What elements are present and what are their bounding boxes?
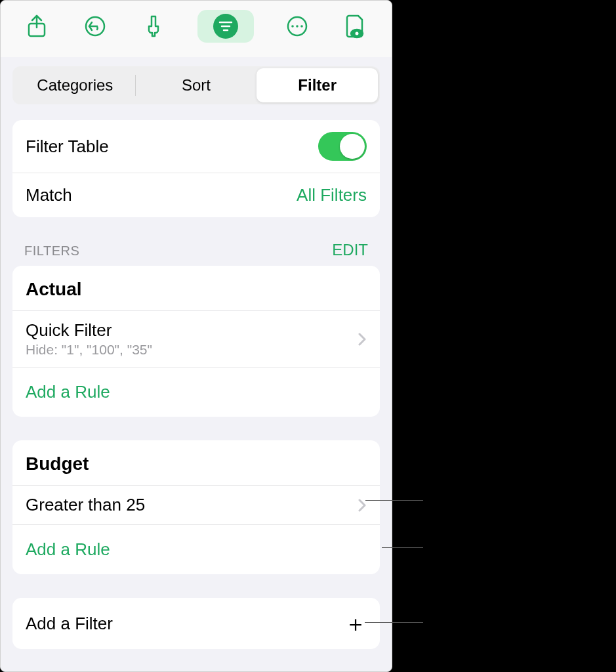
svg-point-7 xyxy=(296,25,298,28)
filter-table-row: Filter Table xyxy=(12,120,380,173)
rule-primary: Quick Filter xyxy=(26,320,152,341)
more-button[interactable] xyxy=(282,11,312,41)
rule-row-greater-than[interactable]: Greater than 25 xyxy=(12,485,380,524)
brush-icon xyxy=(144,14,163,38)
add-rule-button[interactable]: Add a Rule xyxy=(12,367,380,417)
add-filter-button[interactable]: Add a Filter ＋ xyxy=(12,598,380,649)
chevron-right-icon xyxy=(358,332,367,346)
svg-point-10 xyxy=(355,32,358,35)
toggle-knob xyxy=(340,134,365,159)
plus-icon: ＋ xyxy=(344,612,367,635)
group-title: Budget xyxy=(12,440,380,485)
tab-filter[interactable]: Filter xyxy=(257,68,378,102)
add-rule-button[interactable]: Add a Rule xyxy=(12,524,380,574)
segmented-control: Categories Sort Filter xyxy=(12,66,380,104)
toolbar xyxy=(1,1,392,57)
filter-group-budget: Budget Greater than 25 Add a Rule xyxy=(12,440,380,574)
share-button[interactable] xyxy=(22,11,52,41)
svg-point-6 xyxy=(291,25,294,28)
edit-button[interactable]: EDIT xyxy=(332,241,368,259)
callout-line xyxy=(365,500,423,501)
document-view-icon xyxy=(345,14,366,39)
rule-primary: Greater than 25 xyxy=(26,495,145,515)
rule-row-quick-filter[interactable]: Quick Filter Hide: "1", "100", "35" xyxy=(12,310,380,367)
tab-sort[interactable]: Sort xyxy=(136,68,257,102)
filter-table-toggle[interactable] xyxy=(318,132,367,161)
callout-line xyxy=(382,547,423,548)
tab-categories[interactable]: Categories xyxy=(14,68,136,102)
svg-point-8 xyxy=(300,25,303,28)
add-filter-label: Add a Filter xyxy=(26,614,113,634)
organize-button[interactable] xyxy=(197,10,254,43)
filter-table-label: Filter Table xyxy=(26,136,109,157)
filter-icon xyxy=(218,20,233,32)
rule-secondary: Hide: "1", "100", "35" xyxy=(26,342,152,358)
undo-icon xyxy=(84,15,106,37)
filter-settings-card: Filter Table Match All Filters xyxy=(12,120,380,217)
format-button[interactable] xyxy=(138,11,169,41)
organize-panel: Categories Sort Filter Filter Table Matc… xyxy=(0,0,392,672)
match-value: All Filters xyxy=(297,185,367,205)
match-label: Match xyxy=(26,185,72,205)
add-filter-card: Add a Filter ＋ xyxy=(12,598,380,649)
filters-section-header: FILTERS EDIT xyxy=(1,241,392,266)
more-icon xyxy=(286,15,308,37)
callout-line xyxy=(365,622,423,623)
filters-section-label: FILTERS xyxy=(24,243,79,259)
share-icon xyxy=(27,14,47,38)
undo-button[interactable] xyxy=(80,11,110,41)
document-view-button[interactable] xyxy=(340,11,371,41)
filter-group-actual: Actual Quick Filter Hide: "1", "100", "3… xyxy=(12,266,380,417)
group-title: Actual xyxy=(12,266,380,310)
match-row[interactable]: Match All Filters xyxy=(12,173,380,217)
